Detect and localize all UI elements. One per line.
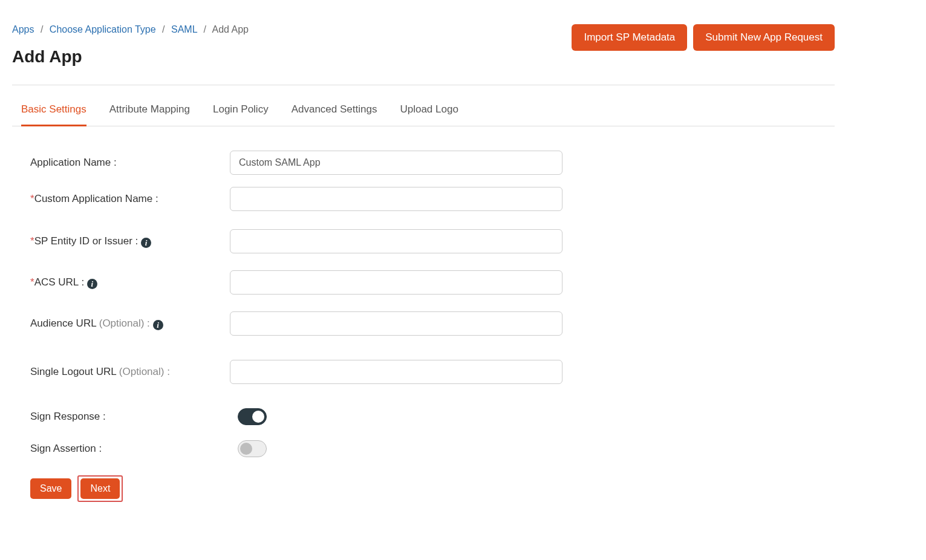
tabs: Basic Settings Attribute Mapping Login P…	[12, 103, 835, 126]
breadcrumb-apps[interactable]: Apps	[12, 24, 34, 34]
tab-login-policy[interactable]: Login Policy	[213, 103, 269, 126]
info-icon[interactable]: i	[141, 238, 151, 248]
sign-response-label: Sign Response :	[30, 411, 230, 423]
save-button[interactable]: Save	[30, 478, 71, 499]
page-title: Add App	[12, 47, 249, 67]
breadcrumb: Apps / Choose Application Type / SAML / …	[12, 24, 249, 35]
tab-upload-logo[interactable]: Upload Logo	[400, 103, 458, 126]
single-logout-url-input[interactable]	[230, 360, 562, 384]
info-icon[interactable]: i	[153, 320, 163, 330]
info-icon[interactable]: i	[87, 279, 97, 289]
sp-entity-id-input[interactable]	[230, 229, 562, 253]
sign-response-toggle[interactable]	[238, 408, 267, 425]
divider	[12, 85, 835, 85]
application-name-label: Application Name :	[30, 157, 230, 169]
tab-basic-settings[interactable]: Basic Settings	[21, 103, 86, 126]
audience-url-label: Audience URL (Optional) : i	[30, 317, 230, 330]
tab-advanced-settings[interactable]: Advanced Settings	[292, 103, 377, 126]
next-button[interactable]: Next	[80, 478, 120, 499]
custom-application-name-label: *Custom Application Name :	[30, 193, 230, 205]
next-button-highlight: Next	[77, 475, 123, 502]
application-name-input[interactable]	[230, 151, 562, 175]
sign-assertion-toggle[interactable]	[238, 440, 267, 457]
custom-application-name-input[interactable]	[230, 187, 562, 211]
import-sp-metadata-button[interactable]: Import SP Metadata	[572, 24, 687, 51]
sp-entity-id-label: *SP Entity ID or Issuer : i	[30, 235, 230, 248]
breadcrumb-choose-app-type[interactable]: Choose Application Type	[50, 24, 156, 34]
audience-url-input[interactable]	[230, 311, 562, 336]
single-logout-url-label: Single Logout URL (Optional) :	[30, 366, 230, 378]
sign-assertion-label: Sign Assertion :	[30, 443, 230, 455]
acs-url-input[interactable]	[230, 270, 562, 295]
tab-attribute-mapping[interactable]: Attribute Mapping	[109, 103, 190, 126]
breadcrumb-saml[interactable]: SAML	[171, 24, 197, 34]
breadcrumb-current: Add App	[212, 24, 249, 34]
submit-new-app-request-button[interactable]: Submit New App Request	[693, 24, 835, 51]
acs-url-label: *ACS URL : i	[30, 276, 230, 289]
